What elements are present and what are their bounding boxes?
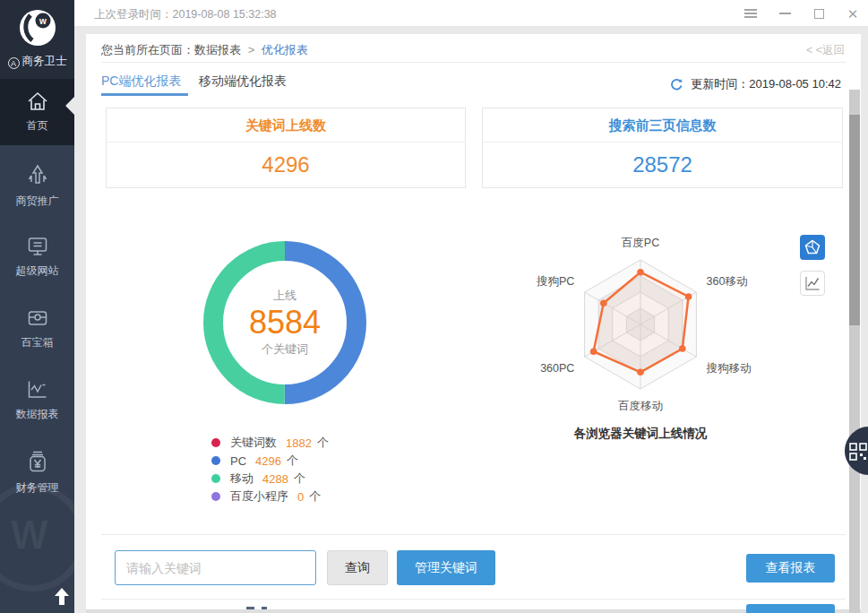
sidebar-item-label: 首页 [27, 119, 48, 132]
radar-data-point [637, 368, 644, 376]
radar-axis-label: 搜狗移动 [707, 362, 752, 375]
minimize-icon[interactable] [771, 0, 798, 27]
logo-block: w A商务卫士 [0, 0, 74, 79]
radar-axis-label: 搜狗PC [537, 275, 574, 288]
sidebar: w A商务卫士 首页 商贸推广 超级网站 [0, 0, 74, 613]
maximize-icon[interactable] [805, 0, 832, 27]
tab-pc-report[interactable]: PC端优化报表 [101, 73, 181, 90]
tab-mobile-report[interactable]: 移动端优化报表 [199, 73, 287, 90]
update-time-row: 更新时间：2019-08-05 10:42 [669, 76, 841, 92]
divider [101, 62, 846, 63]
sidebar-item-website[interactable]: 超级网站 [0, 222, 74, 294]
view-report-button[interactable]: 查看报表 [746, 554, 835, 583]
legend-value: 0 [297, 490, 304, 504]
watermark-w: W [11, 513, 48, 557]
breadcrumb: 您当前所在页面：数据报表 > 优化报表 [101, 42, 308, 58]
breadcrumb-section: 数据报表 [194, 43, 241, 56]
breadcrumb-prefix: 您当前所在页面： [101, 43, 194, 56]
donut-segment-PC [285, 251, 357, 394]
sidebar-item-home[interactable]: 首页 [0, 79, 74, 145]
sidebar-item-promotion[interactable]: 商贸推广 [0, 151, 74, 222]
manage-keywords-button[interactable]: 管理关键词 [397, 550, 495, 585]
chart-line-icon [25, 378, 50, 401]
radar-chart: 百度PC360移动搜狗移动百度移动360PC搜狗PC [520, 237, 761, 416]
refresh-icon[interactable] [669, 77, 684, 92]
legend-unit: 个 [317, 435, 329, 451]
legend-value: 1882 [286, 436, 312, 450]
sidebar-item-reports[interactable]: 数据报表 [0, 366, 74, 437]
sidebar-item-label: 数据报表 [16, 408, 59, 420]
monitor-icon [25, 235, 50, 258]
stat-card-keywords-online: 关键词上线数 4296 [106, 108, 466, 188]
app-window: w A商务卫士 首页 商贸推广 超级网站 [0, 0, 868, 613]
brand-mark-icon: A [8, 57, 20, 69]
scrollbar-thumb[interactable] [849, 115, 860, 325]
radar-data-point [600, 299, 607, 306]
main-panel: 您当前所在页面：数据报表 > 优化报表 < <返回 PC端优化报表 移动端优化报… [86, 34, 861, 613]
legend-label: PC [230, 454, 246, 468]
legend-item: 百度小程序0个 [211, 488, 329, 505]
stat-card-value: 28572 [483, 142, 842, 187]
legend-item: 关键词数1882个 [211, 434, 329, 452]
radar-axis-label: 360PC [540, 362, 574, 375]
stat-card-title: 搜索前三页信息数 [483, 108, 842, 142]
legend-unit: 个 [309, 488, 321, 505]
radar-chart-title: 各浏览器关键词上线情况 [520, 426, 761, 442]
legend-unit: 个 [287, 453, 298, 469]
legend-item: PC4296个 [211, 452, 329, 470]
donut-chart [203, 241, 366, 404]
qr-code-icon [849, 443, 867, 461]
stat-card-value: 4296 [107, 142, 465, 187]
scrollbar-track[interactable] [849, 90, 860, 613]
clipped-content-mark [262, 607, 267, 609]
back-link[interactable]: < <返回 [806, 43, 845, 58]
radar-data-point [679, 345, 686, 352]
legend-dot-icon [211, 456, 220, 465]
legend-dot-icon [211, 474, 220, 483]
scroll-top-arrow-icon[interactable] [54, 588, 70, 606]
brand: A商务卫士 [0, 54, 74, 69]
app-logo-icon: w [18, 8, 57, 47]
active-tab-underline [101, 93, 188, 96]
breadcrumb-separator: > [248, 43, 255, 56]
radar-axis-label: 百度PC [622, 237, 659, 249]
clipped-content-mark [246, 607, 254, 609]
brand-label: 商务卫士 [22, 55, 67, 67]
stat-card-title: 关键词上线数 [107, 108, 465, 142]
last-login-text: 上次登录时间：2019-08-08 15:32:38 [94, 7, 277, 22]
legend-unit: 个 [294, 471, 305, 487]
keyword-input[interactable] [115, 550, 316, 585]
radar-data-point [637, 269, 644, 276]
divider [101, 599, 846, 600]
window-controls: ✕ [737, 0, 866, 27]
menu-icon[interactable] [737, 0, 764, 27]
donut-segment-移动 [213, 251, 285, 394]
sidebar-item-label: 百宝箱 [21, 336, 54, 349]
legend-value: 4288 [262, 472, 288, 486]
sidebar-item-toolbox[interactable]: 百宝箱 [0, 294, 74, 366]
legend-dot-icon [211, 438, 220, 447]
radar-pentagon-icon [804, 238, 821, 256]
close-icon[interactable]: ✕ [839, 0, 866, 27]
update-time-text: 更新时间：2019-08-05 10:42 [691, 76, 841, 92]
legend-item: 移动4288个 [211, 470, 329, 488]
view-report-button-partial[interactable] [746, 604, 835, 613]
sidebar-item-label: 超级网站 [16, 264, 59, 277]
divider [101, 534, 846, 535]
toolbox-icon [25, 306, 50, 330]
promotion-icon [25, 163, 50, 188]
legend-label: 百度小程序 [230, 488, 288, 505]
donut-legend: 关键词数1882个PC4296个移动4288个百度小程序0个 [211, 434, 329, 505]
finance-yuan-icon [25, 450, 50, 475]
query-button[interactable]: 查询 [327, 550, 388, 585]
legend-label: 关键词数 [230, 435, 277, 451]
breadcrumb-current[interactable]: 优化报表 [262, 43, 308, 56]
titlebar: 上次登录时间：2019-08-08 15:32:38 ✕ [74, 0, 868, 27]
home-icon [25, 90, 50, 113]
radar-axis-label: 360移动 [707, 275, 748, 288]
line-view-button[interactable] [800, 271, 825, 296]
radar-data-point [685, 293, 692, 300]
radar-view-button[interactable] [800, 235, 825, 260]
legend-value: 4296 [255, 454, 281, 468]
stat-card-top3-pages: 搜索前三页信息数 28572 [482, 108, 843, 188]
